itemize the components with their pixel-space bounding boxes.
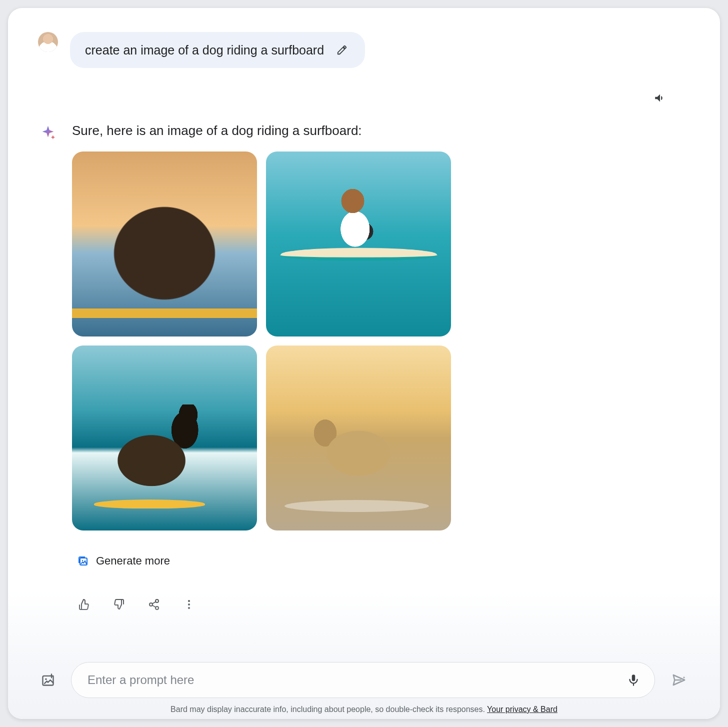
- generate-more-icon: [77, 555, 89, 567]
- prompt-input-container[interactable]: [71, 662, 655, 698]
- thumbs-up-icon: [78, 598, 90, 610]
- more-options-button[interactable]: [180, 596, 198, 614]
- thumbs-down-button[interactable]: [110, 596, 128, 614]
- svg-point-7: [188, 607, 190, 609]
- pencil-icon: [336, 44, 348, 56]
- user-prompt-text: create an image of a dog riding a surfbo…: [85, 43, 324, 58]
- generated-image-grid: [72, 152, 690, 530]
- assistant-intro-text: Sure, here is an image of a dog riding a…: [72, 123, 690, 138]
- prompt-input[interactable]: [86, 672, 622, 688]
- generated-image[interactable]: [266, 346, 451, 530]
- user-prompt-bubble: create an image of a dog riding a surfbo…: [70, 32, 365, 68]
- share-button[interactable]: [145, 596, 163, 614]
- user-message-row: create an image of a dog riding a surfbo…: [38, 32, 690, 68]
- privacy-link[interactable]: Your privacy & Bard: [487, 705, 558, 714]
- disclaimer-text: Bard may display inaccurate info, includ…: [170, 705, 487, 714]
- disclaimer: Bard may display inaccurate info, includ…: [8, 705, 720, 714]
- generate-more-button[interactable]: Generate more: [72, 554, 170, 568]
- send-icon: [672, 672, 686, 688]
- speaker-icon: [654, 92, 666, 104]
- svg-point-6: [188, 604, 190, 606]
- svg-point-1: [82, 560, 83, 561]
- microphone-button[interactable]: [622, 669, 644, 691]
- bard-sparkle-icon: [38, 123, 58, 143]
- image-upload-icon: [41, 673, 55, 687]
- share-icon: [148, 598, 160, 610]
- send-button[interactable]: [668, 669, 690, 691]
- edit-prompt-button[interactable]: [334, 42, 350, 58]
- more-vert-icon: [183, 598, 195, 610]
- svg-point-5: [188, 600, 190, 602]
- thumbs-up-button[interactable]: [75, 596, 93, 614]
- input-bar: [8, 662, 720, 698]
- generated-image[interactable]: [72, 152, 257, 336]
- assistant-message-row: Sure, here is an image of a dog riding a…: [38, 123, 690, 614]
- microphone-icon: [627, 674, 640, 686]
- user-avatar: [38, 32, 58, 52]
- upload-image-button[interactable]: [38, 670, 58, 690]
- chat-card: create an image of a dog riding a surfbo…: [8, 8, 720, 719]
- feedback-row: [72, 596, 690, 614]
- read-aloud-button[interactable]: [650, 88, 670, 108]
- svg-point-9: [45, 678, 47, 680]
- generate-more-label: Generate more: [96, 554, 170, 568]
- generated-image[interactable]: [72, 346, 257, 530]
- thumbs-down-icon: [113, 598, 125, 610]
- generated-image[interactable]: [266, 152, 451, 336]
